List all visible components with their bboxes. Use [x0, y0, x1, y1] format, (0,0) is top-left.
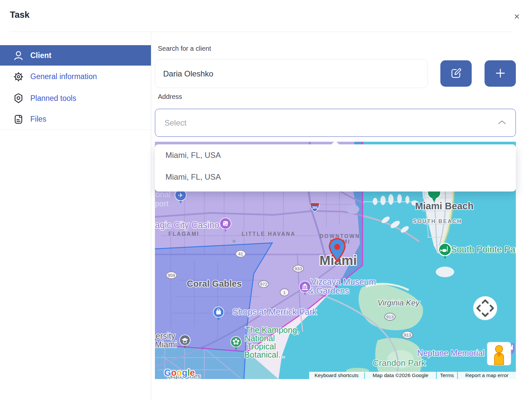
- address-label: Address: [158, 93, 182, 101]
- hexagon-tool-icon: [13, 92, 24, 104]
- sidebar-item-client[interactable]: Client: [0, 45, 151, 66]
- svg-text:959: 959: [168, 273, 175, 278]
- map-data-text: Map data ©2026 Google: [372, 372, 428, 378]
- svg-text:South Pointe Par: South Pointe Par: [451, 245, 516, 254]
- svg-text:Miami Beach: Miami Beach: [415, 201, 473, 211]
- svg-text:41: 41: [238, 251, 243, 256]
- svg-text:395: 395: [312, 206, 318, 210]
- google-logo[interactable]: Google: [164, 368, 195, 378]
- sidebar-item-planned-tools[interactable]: Planned tools: [0, 88, 151, 109]
- close-icon[interactable]: ×: [510, 10, 523, 23]
- svg-text:Neptune Memorial: Neptune Memorial: [417, 348, 485, 358]
- svg-text:ersity: ersity: [156, 331, 175, 340]
- edit-pencil-icon: [450, 67, 462, 80]
- person-icon: [13, 49, 24, 61]
- svg-text:Crandon Park: Crandon Park: [373, 358, 426, 368]
- task-modal: Task × Client General information Planne…: [0, 0, 532, 412]
- address-select[interactable]: [155, 109, 516, 137]
- svg-text:FLAGAMI: FLAGAMI: [168, 231, 199, 237]
- address-dropdown: Miami, FL, USA Miami, FL, USA: [155, 144, 516, 191]
- svg-text:National: National: [245, 334, 275, 343]
- svg-text:DOWNTOWN: DOWNTOWN: [319, 233, 360, 239]
- svg-text:972: 972: [260, 282, 268, 287]
- svg-text:port: port: [155, 199, 169, 208]
- svg-text:SOUTH BEACH: SOUTH BEACH: [413, 218, 462, 224]
- gear-icon: [13, 71, 24, 83]
- svg-text:Virginia Key: Virginia Key: [377, 298, 420, 307]
- sidebar-item-label: General information: [30, 72, 97, 81]
- dropdown-option[interactable]: Miami, FL, USA: [155, 166, 516, 188]
- svg-text:Miami: Miami: [155, 340, 177, 349]
- search-client-label: Search for a client: [158, 45, 211, 52]
- svg-text:Vizcaya Museum: Vizcaya Museum: [311, 277, 376, 287]
- sidebar-item-files[interactable]: Files: [0, 109, 151, 130]
- svg-text:913: 913: [404, 333, 411, 338]
- svg-text:LITTLE HAVANA: LITTLE HAVANA: [242, 231, 296, 237]
- svg-text:agic City Casino: agic City Casino: [155, 220, 219, 230]
- terms-link[interactable]: Terms: [440, 372, 454, 378]
- pan-control[interactable]: [473, 296, 497, 320]
- svg-text:Coral Gables: Coral Gables: [187, 279, 242, 289]
- svg-text:913: 913: [386, 314, 394, 319]
- svg-text:Shops at Merrick Park: Shops at Merrick Park: [232, 307, 317, 317]
- edit-client-button[interactable]: [440, 60, 472, 87]
- svg-text:✈: ✈: [178, 192, 183, 199]
- keyboard-shortcuts-link[interactable]: Keyboard shortcuts: [314, 372, 359, 378]
- address-select-input[interactable]: [164, 118, 498, 128]
- plus-icon: [494, 67, 507, 80]
- report-map-error-link[interactable]: Report a map error: [465, 372, 509, 378]
- chevron-up-icon[interactable]: [498, 120, 506, 126]
- sidebar-item-label: Client: [30, 51, 51, 60]
- sidebar-item-general-information[interactable]: General information: [0, 66, 151, 88]
- svg-text:The Kampong,: The Kampong,: [245, 325, 299, 335]
- client-search-input[interactable]: [155, 59, 428, 88]
- sidebar-divider: [151, 32, 151, 400]
- svg-text:1: 1: [283, 290, 286, 295]
- page-title: Task: [10, 10, 30, 20]
- svg-text:& Gardens: & Gardens: [308, 286, 349, 296]
- sidebar-item-label: Planned tools: [30, 94, 76, 103]
- svg-text:Botanical...: Botanical...: [244, 350, 285, 359]
- svg-text:Tropical: Tropical: [247, 342, 276, 351]
- svg-text:933: 933: [295, 266, 302, 271]
- pegman-control[interactable]: [487, 342, 511, 365]
- add-client-button[interactable]: [485, 60, 516, 87]
- header-divider: [10, 32, 512, 32]
- sidebar-item-label: Files: [30, 115, 46, 124]
- file-icon: [13, 113, 24, 125]
- map-attribution: Keyboard shortcuts Map data ©2026 Google…: [309, 372, 516, 379]
